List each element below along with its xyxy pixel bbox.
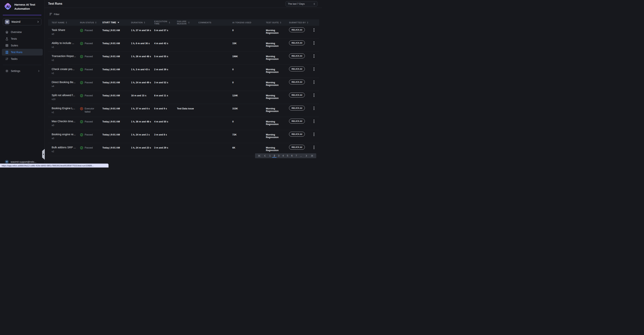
- row-actions-cell: [313, 104, 319, 117]
- filter-lines-icon: [50, 13, 52, 15]
- kebab-menu-icon[interactable]: [313, 54, 315, 58]
- page-6[interactable]: 6: [290, 154, 294, 158]
- execution-time-cell: 5 m and 55 s: [154, 52, 177, 65]
- gear-icon: [5, 69, 8, 73]
- page-3[interactable]: 3: [276, 154, 281, 158]
- check-circle-icon: [80, 29, 83, 32]
- kebab-menu-icon[interactable]: [313, 67, 315, 71]
- x-circle-icon: [80, 107, 83, 110]
- sidebar-item-tasks[interactable]: Tasks: [2, 55, 43, 62]
- submitted-by-badge: RELICX.AI: [289, 66, 305, 71]
- kebab-menu-icon[interactable]: [313, 120, 315, 123]
- row-actions-cell: [313, 26, 319, 38]
- test-version: v0: [52, 124, 78, 127]
- kebab-menu-icon[interactable]: [313, 146, 315, 149]
- kebab-menu-icon[interactable]: [313, 80, 315, 84]
- submitted-by-cell: RELICX.AI: [289, 65, 313, 78]
- app-root: { "app": { "brand_title": "Harness AI Te…: [0, 0, 322, 167]
- table-row[interactable]: Check create pro... v1 Passed Today | 9:…: [48, 65, 319, 78]
- date-range-select[interactable]: The last 7 Days: [286, 1, 318, 6]
- submitted-by-cell: RELICX.AI: [289, 78, 313, 91]
- ai-tokens-cell: 196K: [232, 52, 266, 65]
- sidebar-item-overview[interactable]: Overview: [2, 29, 43, 35]
- sort-arrows-icon: [95, 22, 96, 23]
- first-page-button[interactable]: [256, 154, 262, 157]
- table-row[interactable]: Transaction Repor... v1 Passed Today | 9…: [48, 52, 319, 65]
- test-name-cell: Transaction Repor... v1: [52, 52, 80, 65]
- run-status-cell: Passed: [80, 130, 102, 143]
- column-header[interactable]: EXECUTION TIME: [154, 20, 177, 25]
- page-4[interactable]: 4: [281, 154, 286, 158]
- duration-cell: 1 h, 26 m and 48 s: [131, 52, 154, 65]
- column-header[interactable]: SUBMITTED BY: [289, 21, 313, 24]
- execution-time-cell: 3 m and 29 s: [154, 143, 177, 156]
- kebab-menu-icon[interactable]: [313, 107, 315, 110]
- table-row[interactable]: Booking Engine L... v1 Executor failed T…: [48, 104, 319, 117]
- run-status-text: Executor failed: [85, 107, 100, 113]
- table-row[interactable]: Task Share v0 Passed Today | 9:01 AM 1 h…: [48, 26, 319, 39]
- submitted-by-cell: RELICX.AI: [289, 52, 313, 65]
- column-header[interactable]: RUN STATUS: [80, 21, 102, 24]
- failure-reason-cell: [177, 39, 198, 52]
- failure-reason-cell: [177, 117, 198, 130]
- sort-arrows-icon: [188, 22, 190, 23]
- last-page-button[interactable]: [309, 154, 315, 157]
- sidebar-item-label: Tasks: [11, 57, 18, 60]
- column-header-label: EXECUTION TIME: [154, 20, 168, 25]
- workspace-selector[interactable]: W Wasimil: [3, 18, 42, 25]
- column-header[interactable]: START TIME: [102, 21, 131, 24]
- column-header[interactable]: COMMENTS: [198, 21, 232, 24]
- next-page-button[interactable]: [304, 154, 309, 157]
- page-title: Test Runs: [48, 2, 62, 5]
- sidebar-item-test-runs[interactable]: Test Runs: [2, 49, 43, 55]
- start-time-cell: Today | 9:01 AM: [102, 78, 131, 91]
- execution-time-cell: 3 m and 8 s: [154, 130, 177, 143]
- run-status-cell: Passed: [80, 78, 102, 91]
- flask-icon: [5, 37, 8, 40]
- pagination: 1234567...: [255, 153, 316, 158]
- table-row[interactable]: Booking engine re... v0 Passed Today | 9…: [48, 130, 319, 143]
- sidebar-item-tests[interactable]: Tests: [2, 35, 43, 42]
- check-circle-icon: [80, 68, 83, 71]
- column-header-label: COMMENTS: [198, 21, 211, 24]
- duration-cell: 1 h, 24 m and 23 s: [131, 143, 154, 156]
- filter-button[interactable]: Filter: [50, 11, 60, 17]
- test-name-cell: Max Checkin time... v0: [52, 117, 80, 130]
- failure-reason-cell: [177, 130, 198, 143]
- table-row[interactable]: Max Checkin time... v0 Passed Today | 9:…: [48, 117, 319, 130]
- prev-page-button[interactable]: [262, 154, 268, 157]
- run-status-cell: Executor failed: [80, 104, 102, 117]
- page-7[interactable]: 7: [294, 154, 298, 158]
- test-name: Transaction Repor...: [52, 55, 78, 57]
- column-header[interactable]: FAILURE REASON: [177, 20, 198, 25]
- test-name-cell: Check create pro... v1: [52, 65, 80, 78]
- kebab-menu-icon[interactable]: [313, 93, 315, 97]
- test-version: v1: [52, 72, 78, 74]
- page-1[interactable]: 1: [268, 154, 272, 158]
- sidebar-item-settings[interactable]: Settings: [2, 68, 43, 74]
- sidebar-collapse-handle[interactable]: [42, 149, 45, 160]
- column-header[interactable]: AI TOKENS USED: [232, 21, 266, 24]
- status-url-text: https://app.relicx.ai/b8c04a12-cd4b-416e…: [2, 165, 94, 167]
- user-avatar: W: [5, 160, 9, 164]
- sidebar-item-suites[interactable]: Suites: [2, 42, 43, 49]
- chevron-right-icon: [38, 70, 40, 72]
- column-header[interactable]: TEST NAME: [52, 21, 80, 24]
- start-time-cell: Today | 9:01 AM: [102, 91, 131, 104]
- pagination-ellipsis: ...: [298, 154, 304, 158]
- kebab-menu-icon[interactable]: [313, 28, 315, 32]
- start-time-cell: Today | 9:01 AM: [102, 143, 131, 156]
- page-2[interactable]: 2: [272, 154, 277, 158]
- column-header[interactable]: DURATION: [131, 21, 154, 24]
- page-5[interactable]: 5: [285, 154, 290, 158]
- table-row[interactable]: Split not allowed f... v10 Passed Today …: [48, 91, 319, 104]
- ai-tokens-cell: 315K: [232, 104, 266, 117]
- comments-cell: [198, 130, 232, 143]
- table-row[interactable]: Direct Booking Be... v4 Passed Today | 9…: [48, 78, 319, 91]
- kebab-menu-icon[interactable]: [313, 133, 315, 136]
- failure-reason-cell: [177, 65, 198, 78]
- kebab-menu-icon[interactable]: [313, 41, 315, 45]
- column-header[interactable]: TEST SUITE: [266, 21, 289, 24]
- test-suite-cell: Morning Regression: [266, 26, 289, 38]
- table-row[interactable]: Ability to include ... v1 Passed Today |…: [48, 39, 319, 52]
